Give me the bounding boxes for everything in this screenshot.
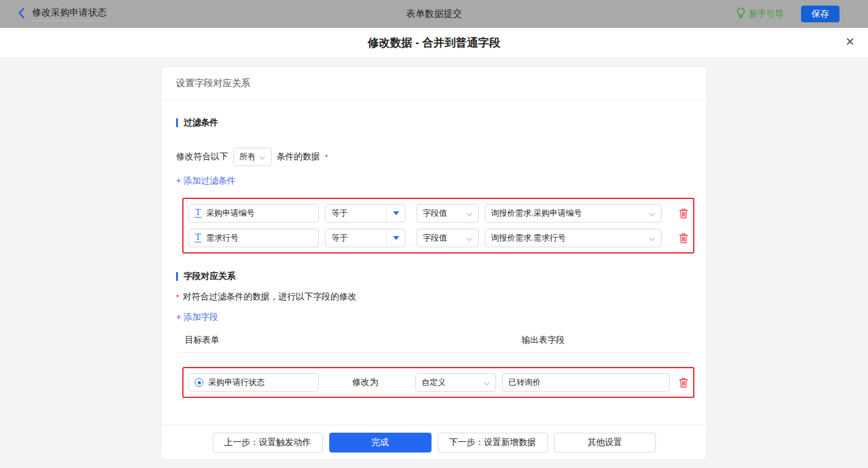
- save-button[interactable]: 保存: [801, 6, 839, 22]
- dialog-titlebar: 修改数据 - 合并到普通字段 ×: [0, 28, 868, 58]
- compare-value: 询报价需求.需求行号: [491, 232, 644, 244]
- divider: [176, 352, 692, 353]
- scope-suffix-label: 条件的数据: [277, 151, 320, 162]
- target-field-select[interactable]: 采购申请行状态: [188, 373, 319, 392]
- section-bar-icon: [176, 272, 178, 281]
- operator-value: 等于: [326, 229, 386, 247]
- required-mark: *: [325, 152, 328, 162]
- lightbulb-icon: [737, 7, 745, 20]
- condition-field-select[interactable]: T 需求行号: [188, 229, 319, 247]
- custom-value-input[interactable]: 已转询价: [502, 373, 670, 392]
- field-mapping-group: 采购申请行状态 修改为 自定义 已转询价: [182, 367, 694, 398]
- mode-value: 自定义: [422, 377, 479, 388]
- delete-mapping-button[interactable]: [679, 377, 688, 388]
- dialog-title: 修改数据 - 合并到普通字段: [368, 35, 500, 50]
- panel-footer: 上一步：设置触发动作 完成 下一步：设置新增数据 其他设置: [161, 425, 707, 459]
- text-field-icon: T: [195, 209, 202, 218]
- operator-value: 等于: [326, 205, 386, 222]
- panel-header: 设置字段对应关系: [161, 67, 707, 100]
- trash-icon: [679, 377, 688, 388]
- topbar: 修改采购申请状态 表单数据提交 新手引导 保存: [0, 0, 868, 28]
- condition-field-label: 采购申请编号: [206, 208, 255, 219]
- chevron-left-icon: [17, 7, 25, 20]
- dialog-body: 设置字段对应关系 过滤条件 修改符合以下 所有 条件的数据 * + 添加过滤条件: [0, 58, 868, 468]
- add-filter-link[interactable]: + 添加过滤条件: [176, 175, 236, 187]
- mapping-description: 对符合过滤条件的数据，进行以下字段的修改: [183, 291, 356, 302]
- compare-value-select[interactable]: 询报价需求.需求行号: [485, 229, 662, 247]
- custom-value: 已转询价: [508, 377, 663, 388]
- scope-select-value: 所有: [239, 151, 254, 162]
- filter-condition-row: T 需求行号 等于 字段值 询报价需求.需求行号: [188, 229, 688, 247]
- condition-field-select[interactable]: T 采购申请编号: [188, 204, 319, 223]
- target-field-label: 采购申请行状态: [208, 377, 265, 388]
- action-label: 修改为: [352, 377, 378, 388]
- chevron-down-icon: [466, 234, 472, 243]
- required-mark: *: [176, 293, 179, 302]
- filter-conditions-group: T 采购申请编号 等于 字段值 询报价需求.采购申请编号: [182, 198, 694, 254]
- chevron-down-icon: [649, 234, 655, 243]
- field-mapping-row: 采购申请行状态 修改为 自定义 已转询价: [188, 373, 688, 392]
- other-settings-button[interactable]: 其他设置: [554, 433, 656, 453]
- filter-section-title: 过滤条件: [176, 117, 692, 128]
- trash-icon: [679, 208, 688, 219]
- value-type-value: 字段值: [423, 232, 461, 244]
- output-field-header: 输出表字段: [521, 335, 565, 346]
- mapping-description-row: * 对符合过滤条件的数据，进行以下字段的修改: [176, 291, 692, 302]
- compare-value: 询报价需求.采购申请编号: [491, 208, 644, 219]
- caret-down-icon: [386, 205, 405, 222]
- delete-condition-button[interactable]: [679, 233, 688, 244]
- back-button[interactable]: [17, 7, 25, 20]
- radio-field-icon: [195, 378, 203, 387]
- caret-down-icon: [386, 229, 405, 247]
- scope-prefix-label: 修改符合以下: [176, 151, 228, 162]
- value-type-value: 字段值: [423, 208, 461, 219]
- section-bar-icon: [176, 118, 178, 127]
- filter-condition-row: T 采购申请编号 等于 字段值 询报价需求.采购申请编号: [188, 204, 688, 223]
- done-button[interactable]: 完成: [329, 433, 432, 453]
- panel-body: 过滤条件 修改符合以下 所有 条件的数据 * + 添加过滤条件 T: [161, 100, 707, 425]
- mapping-section-label: 字段对应关系: [184, 271, 236, 282]
- mode-select[interactable]: 自定义: [415, 373, 496, 392]
- next-step-button[interactable]: 下一步：设置新增数据: [438, 433, 548, 453]
- operator-select[interactable]: 等于: [325, 229, 405, 247]
- flow-title[interactable]: 修改采购申请状态: [32, 7, 107, 21]
- beginner-guide-label: 新手引导: [749, 9, 784, 20]
- compare-value-select[interactable]: 询报价需求.采购申请编号: [485, 204, 662, 223]
- operator-select[interactable]: 等于: [325, 204, 405, 223]
- target-form-header: 目标表单: [185, 335, 219, 346]
- chevron-down-icon: [484, 378, 490, 387]
- close-icon[interactable]: ×: [846, 34, 854, 49]
- add-field-link[interactable]: + 添加字段: [176, 312, 218, 323]
- filter-scope-row: 修改符合以下 所有 条件的数据 *: [176, 148, 692, 166]
- mapping-panel: 设置字段对应关系 过滤条件 修改符合以下 所有 条件的数据 * + 添加过滤条件: [161, 66, 707, 460]
- chevron-down-icon: [466, 209, 472, 218]
- filter-section-label: 过滤条件: [184, 117, 218, 128]
- value-type-select[interactable]: 字段值: [417, 229, 479, 247]
- beginner-guide-link[interactable]: 新手引导: [737, 7, 784, 20]
- prev-step-button[interactable]: 上一步：设置触发动作: [213, 433, 323, 453]
- condition-field-label: 需求行号: [206, 232, 239, 244]
- value-type-select[interactable]: 字段值: [417, 204, 479, 223]
- mapping-column-headers: 目标表单 输出表字段: [176, 335, 692, 346]
- mapping-section-title: 字段对应关系: [176, 271, 692, 282]
- delete-condition-button[interactable]: [679, 208, 688, 219]
- chevron-down-icon: [649, 209, 655, 218]
- scope-select[interactable]: 所有: [233, 148, 272, 166]
- chevron-down-icon: [259, 152, 265, 162]
- text-field-icon: T: [195, 234, 202, 242]
- trash-icon: [679, 233, 688, 244]
